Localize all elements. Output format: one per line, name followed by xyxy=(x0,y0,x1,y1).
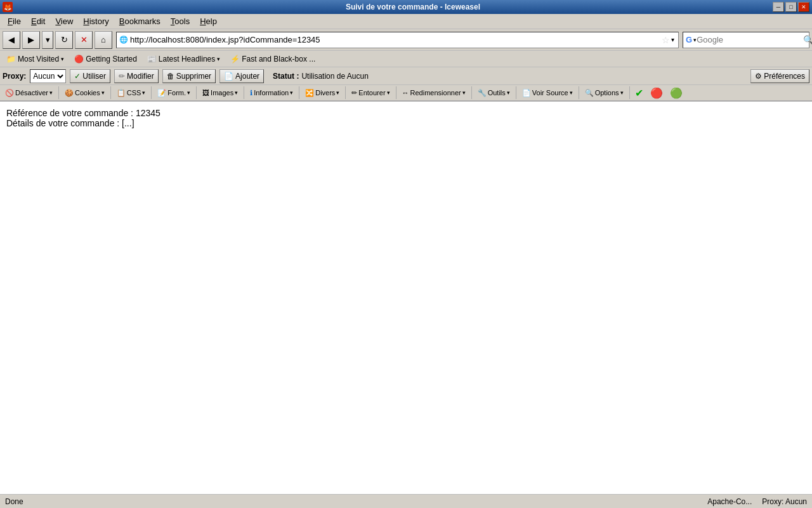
maximize-button[interactable]: □ xyxy=(785,2,797,12)
webdev-validate-ok[interactable]: ✔ xyxy=(632,86,646,100)
separator-7 xyxy=(345,86,346,99)
menu-tools[interactable]: Tools xyxy=(166,15,195,27)
bookmark-star-icon[interactable]: ☆ xyxy=(662,35,670,45)
webdev-toolbar: 🚫 Désactiver ▾ 🍪 Cookies ▾ 📋 CSS ▾ 📝 For… xyxy=(0,85,812,102)
separator-6 xyxy=(299,86,299,99)
separator-11 xyxy=(579,86,579,99)
separator-1 xyxy=(58,86,59,99)
status-bar: Done Apache-Co... Proxy: Aucun xyxy=(0,494,812,508)
utiliser-button[interactable]: ✓ Utiliser xyxy=(70,69,110,83)
css-arrow: ▾ xyxy=(142,90,145,96)
supprimer-icon: 🗑 xyxy=(167,72,174,81)
most-visited-label: Most Visited xyxy=(18,55,59,64)
bookmark-fast-blackbox[interactable]: ⚡ Fast and Black-box ... xyxy=(226,53,319,65)
modifier-icon: ✏ xyxy=(119,72,125,81)
home-button[interactable]: ⌂ xyxy=(95,31,112,49)
voir-source-icon: 📄 xyxy=(522,89,531,97)
most-visited-icon: 📁 xyxy=(6,55,16,64)
status-text: Done xyxy=(5,497,702,506)
getting-started-label: Getting Started xyxy=(86,55,137,64)
status-section: Statut : Utilisation de Aucun xyxy=(273,72,369,81)
order-reference-line: Référence de votre commande : 12345 xyxy=(6,108,806,118)
utiliser-label: Utiliser xyxy=(82,72,106,81)
separator-9 xyxy=(471,86,472,99)
webdev-outils[interactable]: 🔧 Outils ▾ xyxy=(474,86,514,100)
validate-error-icon: 🔴 xyxy=(650,87,663,99)
supprimer-button[interactable]: 🗑 Supprimer xyxy=(162,69,216,83)
history-dropdown-button[interactable]: ▾ xyxy=(42,31,53,49)
separator-5 xyxy=(244,86,244,99)
preferences-label: Préférences xyxy=(764,72,805,81)
webdev-css[interactable]: 📋 CSS ▾ xyxy=(113,86,150,100)
webdev-information[interactable]: ℹ Information ▾ xyxy=(246,86,297,100)
latest-headlines-label: Latest Headlines xyxy=(159,55,215,64)
divers-icon: 🔀 xyxy=(305,89,314,97)
webdev-form[interactable]: 📝 Form. ▾ xyxy=(154,86,194,100)
bookmark-latest-headlines[interactable]: 📰 Latest Headlines ▾ xyxy=(143,53,224,65)
webdev-validate-warn[interactable]: 🟢 xyxy=(667,86,686,100)
statut-label: Statut : xyxy=(273,72,299,81)
title-bar: 🦊 Suivi de votre commande - Iceweasel ─ … xyxy=(0,0,812,14)
fast-blackbox-icon: ⚡ xyxy=(230,55,240,64)
separator-10 xyxy=(516,86,516,99)
bookmark-getting-started[interactable]: 🔴 Getting Started xyxy=(70,53,141,65)
latest-headlines-icon: 📰 xyxy=(147,55,157,64)
window-title: Suivi de votre commande - Iceweasel xyxy=(53,3,773,11)
options-icon: 🔍 xyxy=(585,89,594,97)
menu-help[interactable]: Help xyxy=(195,15,222,27)
webdev-divers[interactable]: 🔀 Divers ▾ xyxy=(301,86,343,100)
bookmark-most-visited[interactable]: 📁 Most Visited ▾ xyxy=(3,53,68,65)
form-icon: 📝 xyxy=(157,89,166,97)
webdev-options[interactable]: 🔍 Options ▾ xyxy=(581,86,627,100)
css-icon: 📋 xyxy=(117,89,126,97)
proxy-status: Proxy: Aucun xyxy=(762,497,807,506)
redimensionner-icon: ↔ xyxy=(402,89,409,97)
webdev-voir-source[interactable]: 📄 Voir Source ▾ xyxy=(518,86,577,100)
menu-file[interactable]: File xyxy=(3,15,26,27)
bookmarks-bar: 📁 Most Visited ▾ 🔴 Getting Started 📰 Lat… xyxy=(0,51,812,67)
back-button[interactable]: ◀ xyxy=(3,31,20,49)
menu-edit[interactable]: Edit xyxy=(26,15,50,27)
separator-4 xyxy=(196,86,197,99)
modifier-button[interactable]: ✏ Modifier xyxy=(114,69,159,83)
ajouter-icon: 📄 xyxy=(224,72,233,81)
forward-button[interactable]: ▶ xyxy=(22,31,40,49)
proxy-label: Proxy: xyxy=(3,72,26,81)
server-status: Apache-Co... xyxy=(707,497,752,506)
close-button[interactable]: ✕ xyxy=(798,2,809,12)
menu-bookmarks[interactable]: Bookmarks xyxy=(114,15,166,27)
reload-button[interactable]: ↻ xyxy=(55,31,73,49)
browser-window: 🦊 Suivi de votre commande - Iceweasel ─ … xyxy=(0,0,812,508)
menu-history[interactable]: History xyxy=(78,15,114,27)
url-bar: 🌐 ☆ ▾ xyxy=(116,32,679,48)
order-details-line: Détails de votre commande : [...] xyxy=(6,118,806,128)
webdev-entourer[interactable]: ✏ Entourer ▾ xyxy=(348,86,393,100)
outils-icon: 🔧 xyxy=(478,89,487,97)
proxy-select[interactable]: Aucun xyxy=(30,69,66,83)
webdev-redimensionner[interactable]: ↔ Redimensionner ▾ xyxy=(398,86,469,100)
ajouter-button[interactable]: 📄 Ajouter xyxy=(219,69,264,83)
webdev-images[interactable]: 🖼 Images ▾ xyxy=(199,86,242,100)
url-dropdown-arrow[interactable]: ▾ xyxy=(670,36,676,43)
entourer-icon: ✏ xyxy=(351,89,357,97)
search-engine-button[interactable]: G ▾ xyxy=(686,35,697,44)
status-right: Apache-Co... Proxy: Aucun xyxy=(707,497,807,506)
url-security-icon: 🌐 xyxy=(119,36,128,44)
webdev-validate-error[interactable]: 🔴 xyxy=(647,86,666,100)
proxy-bar: Proxy: Aucun ✓ Utiliser ✏ Modifier 🗑 Sup… xyxy=(0,67,812,85)
search-input[interactable] xyxy=(697,35,803,44)
desactiver-icon: 🚫 xyxy=(5,89,14,97)
search-bar: G ▾ 🔍 xyxy=(683,32,809,48)
preferences-button[interactable]: ⚙ Préférences xyxy=(750,69,809,83)
search-submit-icon[interactable]: 🔍 xyxy=(803,35,812,45)
webdev-cookies[interactable]: 🍪 Cookies ▾ xyxy=(61,86,108,100)
url-input[interactable] xyxy=(130,35,662,44)
minimize-button[interactable]: ─ xyxy=(773,2,784,12)
webdev-desactiver[interactable]: 🚫 Désactiver ▾ xyxy=(1,86,56,100)
preferences-icon: ⚙ xyxy=(755,72,762,81)
stop-button[interactable]: ✕ xyxy=(75,31,93,49)
information-arrow: ▾ xyxy=(290,90,293,96)
menu-view[interactable]: View xyxy=(50,15,78,27)
divers-arrow: ▾ xyxy=(336,90,339,96)
fast-blackbox-label: Fast and Black-box ... xyxy=(242,55,315,64)
